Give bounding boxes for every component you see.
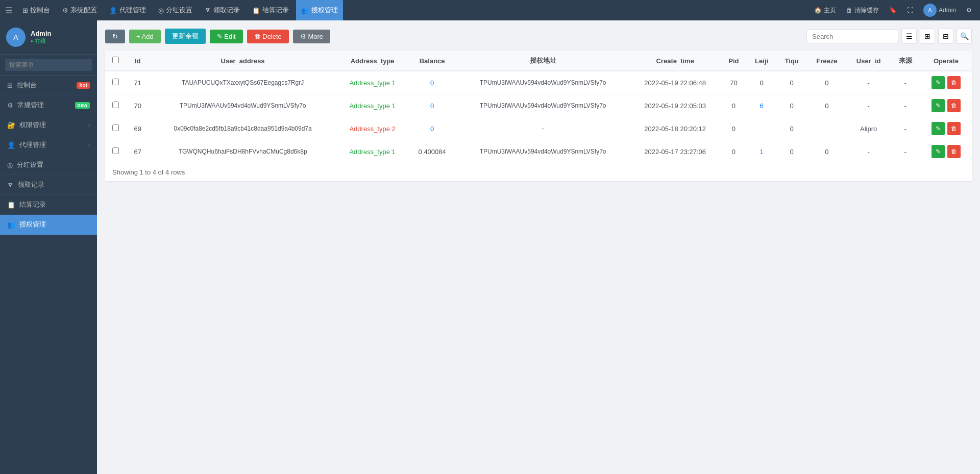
row-checkbox[interactable] xyxy=(112,124,119,131)
col-create-time[interactable]: Create_time xyxy=(629,51,720,71)
row-id: 67 xyxy=(127,140,149,163)
sidebar-item-dividend[interactable]: ◎ 分红设置 xyxy=(0,155,97,175)
table-search-button[interactable]: 🔍 xyxy=(957,29,972,44)
row-id: 69 xyxy=(127,117,149,140)
auth-icon: 👥 xyxy=(301,7,309,14)
sidebar-item-auth[interactable]: 👥 授权管理 xyxy=(0,215,97,235)
col-user-address[interactable]: User_address xyxy=(149,51,337,71)
col-checkbox xyxy=(105,51,127,71)
sidebar-item-control[interactable]: ⊞ 控制台 hot xyxy=(0,76,97,95)
sidebar-username: Admin xyxy=(31,30,51,37)
col-balance[interactable]: Balance xyxy=(408,51,456,71)
sidebar-item-permission[interactable]: 🔐 权限管理 › xyxy=(0,115,97,135)
sidebar-item-agent[interactable]: 👤 代理管理 › xyxy=(0,135,97,155)
row-checkbox-cell xyxy=(105,94,127,117)
row-auth-address: - xyxy=(456,117,630,140)
main-layout: A Admin 在线 ⊞ 控制台 hot ⚙ 常规管理 new xyxy=(0,20,980,474)
col-pid[interactable]: Pid xyxy=(721,51,747,71)
data-table: Id User_address Address_type Balance 授权地… xyxy=(105,51,972,163)
add-button[interactable]: + Add xyxy=(129,30,161,43)
nav-dividend[interactable]: ◎ 分红设置 xyxy=(153,0,198,20)
row-checkbox[interactable] xyxy=(112,147,119,154)
row-id: 71 xyxy=(127,71,149,94)
col-leiji[interactable]: Leiji xyxy=(747,51,776,71)
home-link[interactable]: 🏠 主页 xyxy=(811,0,839,20)
settings-icon-button[interactable]: ⚙ xyxy=(963,0,975,20)
list-view-button[interactable]: ☰ xyxy=(901,29,917,44)
fullscreen-button[interactable]: ⛶ xyxy=(904,0,916,20)
row-delete-button[interactable]: 🗑 xyxy=(947,76,961,89)
select-all-checkbox[interactable] xyxy=(112,57,119,63)
row-edit-button[interactable]: ✎ xyxy=(932,76,945,89)
chevron-right-icon: › xyxy=(88,122,90,128)
row-edit-button[interactable]: ✎ xyxy=(932,99,945,112)
row-user-id: - xyxy=(847,94,891,117)
sidebar-search-input[interactable] xyxy=(5,59,92,71)
row-address-type[interactable]: Address_type 2 xyxy=(337,117,408,140)
dividend-sidebar-icon: ◎ xyxy=(7,161,13,169)
more-button[interactable]: ⚙ More xyxy=(293,30,330,43)
row-address-type[interactable]: Address_type 1 xyxy=(337,94,408,117)
filter-button[interactable]: ⊟ xyxy=(938,29,953,44)
bookmark-icon-button[interactable]: 🔖 xyxy=(886,0,900,20)
col-address-type[interactable]: Address_type xyxy=(337,51,408,71)
nav-settle[interactable]: 📋 结算记录 xyxy=(247,0,294,20)
update-balance-button[interactable]: 更新余额 xyxy=(165,29,206,44)
row-address-type[interactable]: Address_type 1 xyxy=(337,140,408,163)
row-checkbox[interactable] xyxy=(112,102,119,108)
col-auth-address[interactable]: 授权地址 xyxy=(456,51,630,71)
row-edit-button[interactable]: ✎ xyxy=(932,122,945,135)
col-id[interactable]: Id xyxy=(127,51,149,71)
col-operate: Operate xyxy=(920,51,972,71)
control-icon: ⊞ xyxy=(22,7,28,14)
grid-view-button[interactable]: ⊞ xyxy=(920,29,935,44)
search-input[interactable] xyxy=(806,30,898,43)
row-user-address: TPUmU3iWAAUv594vd4oWud9YSnmLVSfy7o xyxy=(149,94,337,117)
row-source: - xyxy=(891,71,920,94)
col-user-id[interactable]: User_id xyxy=(847,51,891,71)
sidebar-item-pickup[interactable]: ⛛ 领取记录 xyxy=(0,175,97,195)
trash-icon: 🗑 xyxy=(846,7,852,14)
nav-auth[interactable]: 👥 授权管理 xyxy=(296,0,343,20)
row-delete-button[interactable]: 🗑 xyxy=(947,122,961,135)
col-tiqu[interactable]: Tiqu xyxy=(776,51,807,71)
menu-toggle-icon[interactable]: ☰ xyxy=(5,6,12,15)
hot-badge: hot xyxy=(77,82,90,89)
nav-pickup[interactable]: ⛛ 领取记录 xyxy=(200,0,245,20)
nav-control[interactable]: ⊞ 控制台 xyxy=(17,0,55,20)
chevron-right-icon-2: › xyxy=(88,142,90,148)
sidebar-user-info: Admin 在线 xyxy=(31,30,51,45)
row-delete-button[interactable]: 🗑 xyxy=(947,145,961,158)
row-user-address: TGWQNQHu6haiFsDH8hFVvhaCMuCg8d6k8p xyxy=(149,140,337,163)
nav-agent[interactable]: 👤 代理管理 xyxy=(104,0,151,20)
edit-button[interactable]: ✎ Edit xyxy=(210,30,243,43)
table-header-row: Id User_address Address_type Balance 授权地… xyxy=(105,51,972,71)
refresh-button[interactable]: ↻ xyxy=(105,30,125,43)
row-checkbox[interactable] xyxy=(112,79,119,85)
row-create-time: 2022-05-17 23:27:06 xyxy=(629,140,720,163)
delete-button[interactable]: 🗑 Delete xyxy=(247,30,289,43)
clear-cache-button[interactable]: 🗑 清除缓存 xyxy=(843,0,882,20)
row-freeze: 0 xyxy=(807,71,847,94)
sidebar-item-settle[interactable]: 📋 结算记录 xyxy=(0,195,97,215)
row-pid: 0 xyxy=(721,117,747,140)
row-operate: ✎ 🗑 xyxy=(920,71,972,94)
row-address-type[interactable]: Address_type 1 xyxy=(337,71,408,94)
row-tiqu: 0 xyxy=(776,140,807,163)
sidebar-item-general[interactable]: ⚙ 常规管理 new xyxy=(0,95,97,115)
col-source[interactable]: 来源 xyxy=(891,51,920,71)
row-checkbox-cell xyxy=(105,140,127,163)
row-create-time: 2022-05-19 22:05:03 xyxy=(629,94,720,117)
table-row: 69 0x09c0fa8e2cd5fb18a9cb41c8daa951d9a4b… xyxy=(105,117,972,140)
row-leiji: 6 xyxy=(747,94,776,117)
gear-icon: ⚙ xyxy=(966,7,972,14)
row-freeze xyxy=(807,117,847,140)
nav-sysconfig[interactable]: ⚙ 系统配置 xyxy=(57,0,102,20)
row-auth-address: TPUmU3iWAAUv594vd4oWud9YSnmLVSfy7o xyxy=(456,94,630,117)
user-menu[interactable]: A Admin xyxy=(920,0,959,20)
row-edit-button[interactable]: ✎ xyxy=(932,145,945,158)
topbar: ☰ ⊞ 控制台 ⚙ 系统配置 👤 代理管理 ◎ 分红设置 ⛛ 领取记录 📋 结算… xyxy=(0,0,980,20)
row-delete-button[interactable]: 🗑 xyxy=(947,99,961,112)
table-row: 70 TPUmU3iWAAUv594vd4oWud9YSnmLVSfy7o Ad… xyxy=(105,94,972,117)
col-freeze[interactable]: Freeze xyxy=(807,51,847,71)
